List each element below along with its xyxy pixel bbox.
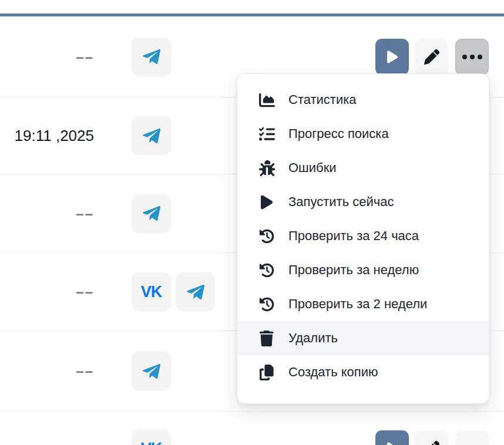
telegram-icon <box>140 45 163 69</box>
menu-item-create-copy[interactable]: Создать копию <box>237 355 489 389</box>
menu-item-check-24h[interactable]: Проверить за 24 часа <box>237 219 489 253</box>
menu-item-check-week[interactable]: Проверить за неделю <box>237 253 489 287</box>
menu-item-label: Удалить <box>288 331 338 346</box>
telegram-channel-badge <box>132 352 171 391</box>
play-icon <box>257 193 276 211</box>
menu-item-label: Проверить за 24 часа <box>288 228 419 244</box>
play-icon <box>385 441 399 445</box>
history-icon <box>257 227 276 245</box>
telegram-channel-badge <box>132 116 171 156</box>
chart-area-icon <box>257 90 276 109</box>
telegram-channel-badge <box>132 37 171 76</box>
telegram-icon <box>140 359 163 383</box>
pencil-icon <box>424 49 439 65</box>
last-run-cell: –– <box>0 49 94 65</box>
menu-item-label: Прогресс поиска <box>288 126 389 141</box>
edit-button[interactable] <box>415 39 448 75</box>
history-icon <box>257 261 276 279</box>
telegram-channel-badge <box>132 194 171 233</box>
tasks-table-screen: –– 2025, 19:11 –– –– VK <box>0 0 504 445</box>
table-row: VK <box>0 412 504 445</box>
history-icon <box>257 295 276 313</box>
play-icon <box>385 50 399 64</box>
vk-channel-badge: VK <box>132 429 171 445</box>
menu-item-label: Статистика <box>288 92 357 107</box>
menu-item-label: Запустить сейчас <box>288 194 394 210</box>
telegram-icon <box>140 124 163 147</box>
pencil-icon <box>424 441 439 445</box>
run-button[interactable] <box>375 430 409 445</box>
more-actions-button[interactable] <box>455 39 489 75</box>
menu-item-errors[interactable]: Ошибки <box>237 151 489 185</box>
more-actions-button[interactable] <box>455 430 489 445</box>
last-run-cell: –– <box>0 363 94 379</box>
vk-channel-badge: VK <box>132 272 171 312</box>
vk-icon: VK <box>141 283 162 301</box>
telegram-channel-badge <box>176 272 215 312</box>
run-button[interactable] <box>375 39 409 75</box>
trash-icon <box>257 329 276 348</box>
menu-item-label: Проверить за неделю <box>288 262 419 278</box>
edit-button[interactable] <box>415 430 448 445</box>
copy-icon <box>257 363 276 382</box>
telegram-icon <box>140 202 163 225</box>
bug-icon <box>257 159 276 177</box>
ellipsis-icon <box>462 55 482 59</box>
last-run-cell: –– <box>0 284 94 300</box>
list-check-icon <box>257 124 276 143</box>
menu-item-search-progress[interactable]: Прогресс поиска <box>237 117 489 151</box>
menu-item-check-2weeks[interactable]: Проверить за 2 недели <box>237 287 489 321</box>
last-run-cell: 2025, 19:11 <box>0 127 94 145</box>
menu-item-delete[interactable]: Удалить <box>237 321 489 355</box>
last-run-cell: –– <box>0 205 94 222</box>
menu-item-label: Создать копию <box>288 365 378 380</box>
menu-item-statistics[interactable]: Статистика <box>237 83 489 117</box>
actions-dropdown-menu: Статистика Прогресс поиска Ошибки Запуст… <box>237 73 489 404</box>
menu-item-label: Ошибки <box>288 160 337 176</box>
telegram-icon <box>184 280 207 304</box>
vk-icon: VK <box>141 440 162 445</box>
menu-item-label: Проверить за 2 недели <box>288 296 427 312</box>
menu-item-run-now[interactable]: Запустить сейчас <box>237 185 489 219</box>
